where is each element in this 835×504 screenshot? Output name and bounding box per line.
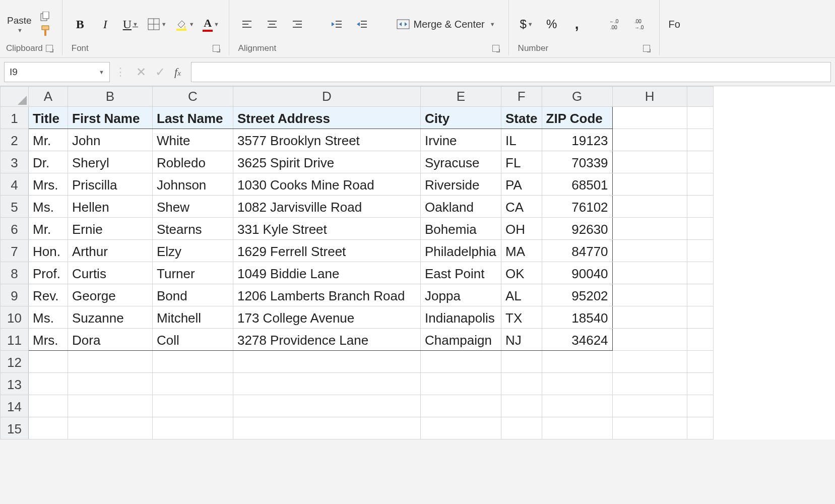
cell[interactable] xyxy=(687,129,713,151)
cell[interactable] xyxy=(612,306,687,329)
cell[interactable]: East Point xyxy=(421,262,501,284)
cell[interactable] xyxy=(687,351,713,373)
cell[interactable] xyxy=(68,417,153,439)
cell[interactable]: 34624 xyxy=(542,329,612,351)
cell[interactable]: Joppa xyxy=(421,284,501,306)
cell[interactable] xyxy=(687,284,713,306)
cell[interactable] xyxy=(687,417,713,439)
spreadsheet-grid[interactable]: ABCDEFGH1TitleFirst NameLast NameStreet … xyxy=(0,86,835,439)
row-header[interactable]: 1 xyxy=(1,107,29,129)
cell[interactable]: Syracuse xyxy=(421,151,501,173)
cell[interactable] xyxy=(153,417,233,439)
cell[interactable] xyxy=(687,395,713,417)
cell[interactable] xyxy=(29,373,68,395)
cell[interactable]: Turner xyxy=(153,262,233,284)
underline-button[interactable]: U▼ xyxy=(122,16,139,33)
cell[interactable]: Dora xyxy=(68,329,153,351)
column-header[interactable]: E xyxy=(421,87,501,107)
cell[interactable]: 1049 Biddie Lane xyxy=(233,262,421,284)
cell[interactable]: Oakland xyxy=(421,196,501,218)
cell[interactable] xyxy=(687,240,713,262)
cell[interactable]: IL xyxy=(501,129,542,151)
cell[interactable]: AL xyxy=(501,284,542,306)
cell[interactable]: Stearns xyxy=(153,218,233,240)
cell[interactable] xyxy=(542,351,612,373)
formula-input[interactable] xyxy=(191,62,831,82)
cell[interactable]: Shew xyxy=(153,196,233,218)
align-right-button[interactable] xyxy=(289,16,306,33)
cell[interactable]: Ms. xyxy=(29,306,68,329)
cell[interactable] xyxy=(612,129,687,151)
cell[interactable]: Priscilla xyxy=(68,173,153,196)
number-launcher-icon[interactable] xyxy=(643,45,650,52)
cell[interactable] xyxy=(542,417,612,439)
cell[interactable]: John xyxy=(68,129,153,151)
cell[interactable] xyxy=(612,373,687,395)
cell[interactable]: 92630 xyxy=(542,218,612,240)
currency-button[interactable]: $▼ xyxy=(518,16,535,33)
cell[interactable] xyxy=(233,417,421,439)
cell[interactable]: Rev. xyxy=(29,284,68,306)
cell[interactable] xyxy=(421,373,501,395)
cell[interactable]: Mrs. xyxy=(29,329,68,351)
copy-icon[interactable] xyxy=(40,12,52,22)
cell[interactable] xyxy=(687,262,713,284)
align-center-button[interactable] xyxy=(264,16,281,33)
row-header[interactable]: 8 xyxy=(1,262,29,284)
cell[interactable] xyxy=(68,373,153,395)
cell[interactable]: White xyxy=(153,129,233,151)
cell[interactable] xyxy=(501,373,542,395)
cell[interactable]: 90040 xyxy=(542,262,612,284)
align-left-button[interactable] xyxy=(238,16,255,33)
cell[interactable] xyxy=(612,107,687,129)
row-header[interactable]: 14 xyxy=(1,395,29,417)
cell[interactable]: Mrs. xyxy=(29,173,68,196)
cell[interactable] xyxy=(612,173,687,196)
cell[interactable] xyxy=(612,240,687,262)
cell[interactable] xyxy=(612,329,687,351)
column-header[interactable] xyxy=(687,87,713,107)
column-header[interactable]: H xyxy=(612,87,687,107)
cell[interactable]: Hon. xyxy=(29,240,68,262)
cell[interactable]: 68501 xyxy=(542,173,612,196)
italic-button[interactable]: I xyxy=(97,16,114,33)
cell[interactable] xyxy=(612,351,687,373)
column-header[interactable]: A xyxy=(29,87,68,107)
cell[interactable]: Mitchell xyxy=(153,306,233,329)
row-header[interactable]: 3 xyxy=(1,151,29,173)
cell[interactable] xyxy=(29,395,68,417)
cell[interactable] xyxy=(233,373,421,395)
cell[interactable] xyxy=(29,417,68,439)
increase-decimal-button[interactable]: ←.0.00 xyxy=(608,16,625,33)
cell[interactable]: Ms. xyxy=(29,196,68,218)
cell[interactable] xyxy=(687,196,713,218)
cell[interactable] xyxy=(612,417,687,439)
cell[interactable] xyxy=(612,262,687,284)
cell[interactable]: 18540 xyxy=(542,306,612,329)
cell[interactable]: Riverside xyxy=(421,173,501,196)
cell[interactable]: 95202 xyxy=(542,284,612,306)
cell[interactable] xyxy=(153,395,233,417)
cell[interactable]: Dr. xyxy=(29,151,68,173)
cell[interactable] xyxy=(68,351,153,373)
cell[interactable]: Bohemia xyxy=(421,218,501,240)
row-header[interactable]: 5 xyxy=(1,196,29,218)
cell[interactable]: Title xyxy=(29,107,68,129)
cell[interactable]: 76102 xyxy=(542,196,612,218)
paste-button[interactable]: Paste ▼ xyxy=(7,15,32,33)
cell[interactable]: Indianapolis xyxy=(421,306,501,329)
column-header[interactable]: F xyxy=(501,87,542,107)
fill-color-button[interactable]: ▼ xyxy=(175,16,195,33)
row-header[interactable]: 7 xyxy=(1,240,29,262)
cell[interactable]: Hellen xyxy=(68,196,153,218)
cell[interactable] xyxy=(501,351,542,373)
cell[interactable] xyxy=(687,329,713,351)
cell[interactable]: Bond xyxy=(153,284,233,306)
cell[interactable] xyxy=(612,395,687,417)
cell[interactable]: FL xyxy=(501,151,542,173)
cell[interactable] xyxy=(687,107,713,129)
cell[interactable]: 84770 xyxy=(542,240,612,262)
cell[interactable]: 1030 Cooks Mine Road xyxy=(233,173,421,196)
comma-style-button[interactable]: , xyxy=(568,16,586,33)
cell[interactable]: City xyxy=(421,107,501,129)
